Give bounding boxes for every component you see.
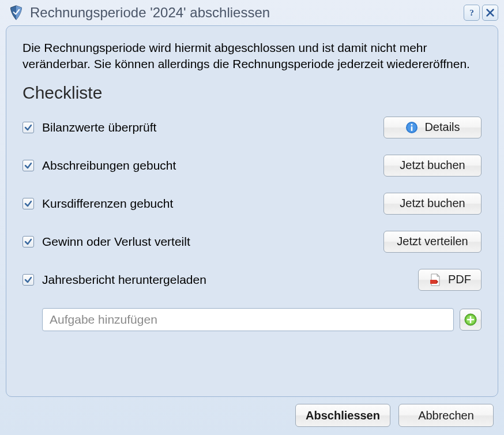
shield-icon — [8, 5, 24, 21]
checkbox[interactable] — [22, 236, 34, 247]
add-task-input[interactable] — [42, 308, 454, 331]
pdf-icon — [428, 273, 442, 287]
checklist-heading: Checkliste — [22, 83, 482, 103]
checkmark-icon — [24, 200, 32, 208]
checklist-item: Gewinn oder Verlust verteilt Jetzt verte… — [22, 231, 482, 253]
checkmark-icon — [24, 276, 32, 284]
checklist-item: Abschreibungen gebucht Jetzt buchen — [22, 155, 482, 177]
add-task-button[interactable] — [460, 309, 482, 331]
button-label: Jetzt buchen — [400, 197, 465, 210]
button-label: PDF — [448, 273, 471, 286]
svg-rect-4 — [411, 126, 413, 131]
help-button[interactable]: ? — [464, 5, 480, 21]
checklist-item: Kursdifferenzen gebucht Jetzt buchen — [22, 193, 482, 215]
checklist-label: Jahresbericht heruntergeladen — [42, 273, 410, 287]
svg-text:?: ? — [469, 7, 474, 17]
checklist-label: Kursdifferenzen gebucht — [42, 197, 375, 211]
book-now-button[interactable]: Jetzt buchen — [383, 155, 482, 177]
button-label: Jetzt buchen — [400, 159, 465, 172]
checklist-label: Abschreibungen gebucht — [42, 159, 375, 172]
titlebar-buttons: ? — [464, 5, 498, 21]
checkbox[interactable] — [22, 122, 34, 133]
checkmark-icon — [24, 238, 32, 246]
add-icon — [464, 313, 477, 327]
info-icon — [405, 121, 419, 134]
checklist-item: Jahresbericht heruntergeladen PDF — [22, 269, 482, 291]
add-task-row — [22, 308, 482, 331]
svg-point-3 — [411, 123, 413, 125]
button-label: Details — [424, 121, 460, 134]
pdf-button[interactable]: PDF — [418, 269, 482, 291]
checkbox[interactable] — [22, 160, 34, 171]
dialog-window: Rechnungsperiode '2024' abschliessen ? D… — [0, 0, 504, 435]
dialog-footer: Abschliessen Abbrechen — [0, 403, 504, 435]
checklist-item: Bilanzwerte überprüft Details — [22, 117, 482, 138]
checklist-label: Gewinn oder Verlust verteilt — [42, 235, 375, 249]
book-now-button[interactable]: Jetzt buchen — [383, 193, 482, 215]
cancel-button[interactable]: Abbrechen — [398, 404, 494, 427]
description-text: Die Rechnungsperiode wird hiermit abgesc… — [22, 40, 482, 73]
checkmark-icon — [24, 162, 32, 170]
checklist: Bilanzwerte überprüft Details Abschreibu… — [22, 117, 482, 291]
distribute-now-button[interactable]: Jetzt verteilen — [383, 231, 482, 253]
submit-button[interactable]: Abschliessen — [295, 404, 390, 427]
content-frame: Die Rechnungsperiode wird hiermit abgesc… — [6, 25, 498, 397]
details-button[interactable]: Details — [383, 117, 482, 138]
button-label: Jetzt verteilen — [397, 235, 468, 248]
close-icon — [485, 7, 495, 18]
checklist-label: Bilanzwerte überprüft — [42, 121, 375, 134]
help-icon: ? — [467, 7, 477, 18]
titlebar: Rechnungsperiode '2024' abschliessen ? — [0, 0, 504, 25]
checkbox[interactable] — [22, 274, 34, 286]
checkmark-icon — [24, 123, 32, 132]
checkbox[interactable] — [22, 198, 34, 209]
close-button[interactable] — [482, 5, 498, 21]
window-title: Rechnungsperiode '2024' abschliessen — [30, 5, 458, 21]
